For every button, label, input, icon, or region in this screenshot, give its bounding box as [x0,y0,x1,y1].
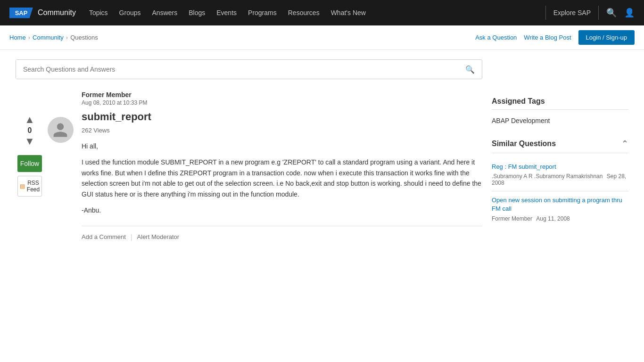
avatar [48,117,74,143]
nav-groups[interactable]: Groups [114,0,147,25]
question-title: submit_report [82,111,482,123]
breadcrumb-current: Questions [70,34,98,41]
alert-moderator-link[interactable]: Alert Moderator [137,233,180,240]
question-body: I used the function module SUBMIT_REPORT… [82,157,482,199]
nav-events[interactable]: Events [211,0,242,25]
breadcrumb-sep1: › [28,34,30,41]
question-intro: Hi all, [82,141,482,151]
vote-count: 0 [28,126,32,135]
nav-whats-new[interactable]: What's New [325,0,372,25]
similar-question-link-2[interactable]: Open new session on submitting a program… [492,196,628,213]
action-separator: | [131,233,132,241]
collapse-similar-button[interactable]: ⌃ [621,139,628,149]
login-button[interactable]: Login / Sign-up [578,30,635,45]
rss-icon: ▤ [20,183,25,189]
author-name: Former Member [82,91,482,99]
similar-author-2: Former Member [492,215,532,222]
question-signature: -Anbu. [82,206,482,214]
similar-question-meta-1: .Subramony A R .Subramony Ramakrishnan S… [492,173,628,186]
similar-questions-section: Similar Questions ⌃ Reg : FM submit_repo… [492,139,628,227]
add-comment-link[interactable]: Add a Comment [82,233,126,240]
explore-sap-link[interactable]: Explore SAP [553,9,591,16]
community-title: Community [38,8,76,17]
similar-questions-title: Similar Questions [492,140,556,148]
sap-logo[interactable]: SAP Community [9,8,76,18]
post-date: Aug 08, 2010 at 10:33 PM [82,99,482,106]
vote-down-button[interactable]: ▼ [25,136,35,147]
search-input[interactable] [16,60,458,79]
nav-topics[interactable]: Topics [83,0,114,25]
assigned-tags-title: Assigned Tags [492,97,628,110]
logo-text: SAP [15,9,28,16]
nav-resources[interactable]: Resources [282,0,325,25]
similar-author-1: .Subramony A R .Subramony Ramakrishnan [492,173,603,180]
breadcrumb-sep2: › [66,34,68,41]
similar-question-item-1: Reg : FM submit_report .Subramony A R .S… [492,158,628,191]
breadcrumb-home[interactable]: Home [9,34,26,41]
follow-button[interactable]: Follow [17,155,42,172]
rss-feed-button[interactable]: ▤ RSS Feed [17,176,42,197]
nav-answers[interactable]: Answers [147,0,183,25]
search-icon-button[interactable]: 🔍 [606,8,617,18]
rss-label: RSS Feed [27,180,40,193]
write-blog-link[interactable]: Write a Blog Post [524,34,571,41]
search-submit-button[interactable]: 🔍 [458,65,482,74]
nav-programs[interactable]: Programs [242,0,282,25]
user-icon-button[interactable]: 👤 [624,8,635,18]
main-nav: Topics Groups Answers Blogs Events Progr… [83,0,538,25]
view-count: 262 Views [82,127,482,134]
similar-question-item-2: Open new session on submitting a program… [492,191,628,226]
breadcrumb-community[interactable]: Community [33,34,64,41]
vote-up-button[interactable]: ▲ [25,115,35,125]
search-bar: 🔍 [16,59,482,79]
similar-question-meta-2: Former Member Aug 11, 2008 [492,215,628,222]
tag-item[interactable]: ABAP Development [492,115,628,127]
nav-blogs[interactable]: Blogs [183,0,211,25]
breadcrumb: Home › Community › Questions [9,34,98,41]
ask-question-link[interactable]: Ask a Question [475,34,517,41]
assigned-tags-section: Assigned Tags ABAP Development [492,97,628,127]
similar-question-link-1[interactable]: Reg : FM submit_report [492,163,628,171]
similar-date-2: Aug 11, 2008 [536,215,570,222]
